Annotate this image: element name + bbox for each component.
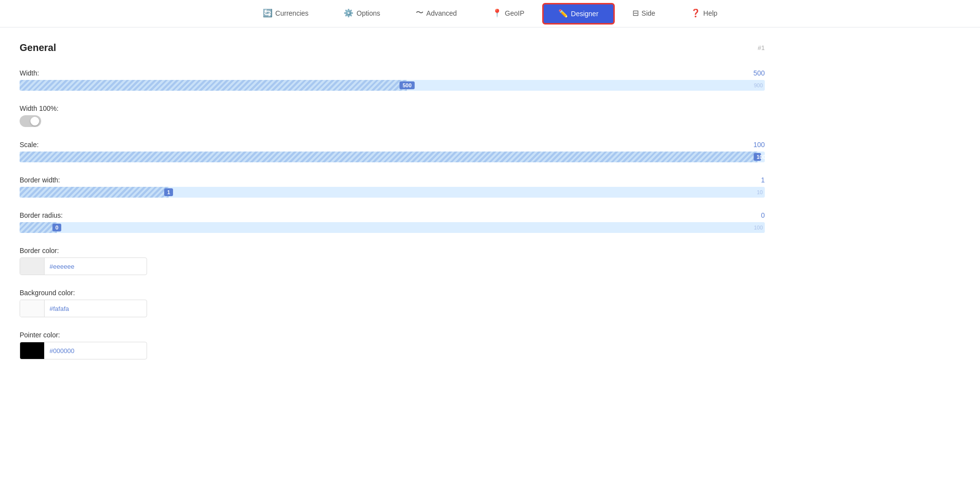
width100-label: Width 100%: — [20, 104, 58, 112]
width-slider[interactable]: 500 900 — [20, 80, 765, 91]
border-color-field: Border color: — [20, 247, 765, 275]
border-radius-slider-max: 100 — [754, 225, 763, 230]
nav-advanced[interactable]: 〜 Advanced — [398, 0, 475, 27]
background-color-label: Background color: — [20, 289, 75, 297]
geoip-icon: 📍 — [492, 8, 502, 18]
toggle-track — [20, 115, 41, 127]
border-width-label: Border width: — [20, 176, 60, 184]
scale-value: 100 — [754, 141, 765, 149]
border-radius-label-row: Border radius: 0 — [20, 211, 765, 219]
advanced-icon: 〜 — [416, 8, 424, 18]
section-title: General — [20, 42, 56, 53]
nav-bar: 🔄 Currencies ⚙️ Options 〜 Advanced 📍 Geo… — [0, 0, 980, 27]
pointer-color-input[interactable] — [20, 342, 147, 359]
background-color-field: Background color: — [20, 289, 765, 317]
scale-slider-thumb: 100 — [754, 153, 761, 161]
designer-icon: ✏️ — [558, 9, 568, 18]
width-slider-fill — [20, 80, 407, 91]
nav-geoip[interactable]: 📍 GeoIP — [475, 0, 542, 27]
border-radius-slider-thumb: 0 — [52, 224, 61, 231]
border-width-label-row: Border width: 1 — [20, 176, 765, 184]
nav-options[interactable]: ⚙️ Options — [326, 0, 398, 27]
width-slider-thumb: 500 — [400, 81, 414, 89]
scale-slider[interactable]: 100 — [20, 152, 765, 162]
pointer-color-label-row: Pointer color: — [20, 331, 765, 339]
background-color-text[interactable] — [45, 305, 147, 312]
currencies-icon: 🔄 — [263, 8, 273, 18]
border-width-slider-fill — [20, 187, 169, 198]
width-slider-max: 900 — [754, 82, 763, 88]
width-label-row: Width: 500 — [20, 69, 765, 77]
background-color-swatch[interactable] — [20, 300, 45, 317]
pointer-color-field: Pointer color: — [20, 331, 765, 359]
border-width-value: 1 — [761, 176, 765, 184]
border-radius-field: Border radius: 0 0 100 — [20, 211, 765, 233]
scale-slider-fill — [20, 152, 757, 162]
main-content: General #1 Width: 500 500 900 Width 100%… — [0, 27, 784, 388]
border-color-swatch[interactable] — [20, 257, 45, 275]
border-radius-label: Border radius: — [20, 211, 63, 219]
nav-advanced-label: Advanced — [427, 9, 457, 17]
nav-currencies-label: Currencies — [276, 9, 309, 17]
width100-toggle[interactable] — [20, 115, 765, 127]
border-color-label-row: Border color: — [20, 247, 765, 255]
pointer-color-label: Pointer color: — [20, 331, 60, 339]
border-radius-value: 0 — [761, 211, 765, 219]
background-color-input[interactable] — [20, 300, 147, 317]
section-id: #1 — [758, 44, 765, 51]
nav-side-label: Side — [642, 9, 655, 17]
nav-geoip-label: GeoIP — [505, 9, 525, 17]
border-radius-slider[interactable]: 0 100 — [20, 222, 765, 233]
width-value: 500 — [754, 69, 765, 77]
nav-help[interactable]: ❓ Help — [673, 0, 735, 27]
scale-field: Scale: 100 100 — [20, 141, 765, 162]
nav-help-label: Help — [704, 9, 718, 17]
side-icon: ⊟ — [632, 8, 639, 18]
nav-currencies[interactable]: 🔄 Currencies — [245, 0, 327, 27]
border-width-field: Border width: 1 1 10 — [20, 176, 765, 198]
background-color-label-row: Background color: — [20, 289, 765, 297]
nav-side[interactable]: ⊟ Side — [615, 0, 673, 27]
toggle-control[interactable] — [20, 115, 41, 127]
options-icon: ⚙️ — [344, 8, 353, 18]
border-width-slider[interactable]: 1 10 — [20, 187, 765, 198]
section-header: General #1 — [20, 42, 765, 57]
pointer-color-swatch[interactable] — [20, 342, 45, 359]
width-field: Width: 500 500 900 — [20, 69, 765, 91]
border-width-slider-thumb: 1 — [164, 188, 173, 196]
scale-label: Scale: — [20, 141, 39, 149]
border-color-input[interactable] — [20, 257, 147, 275]
nav-designer[interactable]: ✏️ Designer — [542, 3, 615, 25]
width100-field: Width 100%: — [20, 104, 765, 127]
toggle-thumb — [30, 117, 39, 126]
help-icon: ❓ — [691, 8, 701, 18]
border-width-slider-max: 10 — [757, 189, 763, 195]
border-color-label: Border color: — [20, 247, 59, 255]
border-radius-slider-fill — [20, 222, 57, 233]
pointer-color-text[interactable] — [45, 347, 147, 355]
nav-options-label: Options — [356, 9, 380, 17]
width-label: Width: — [20, 69, 39, 77]
width100-label-row: Width 100%: — [20, 104, 765, 112]
border-color-text[interactable] — [45, 263, 147, 270]
nav-designer-label: Designer — [571, 10, 599, 18]
scale-label-row: Scale: 100 — [20, 141, 765, 149]
